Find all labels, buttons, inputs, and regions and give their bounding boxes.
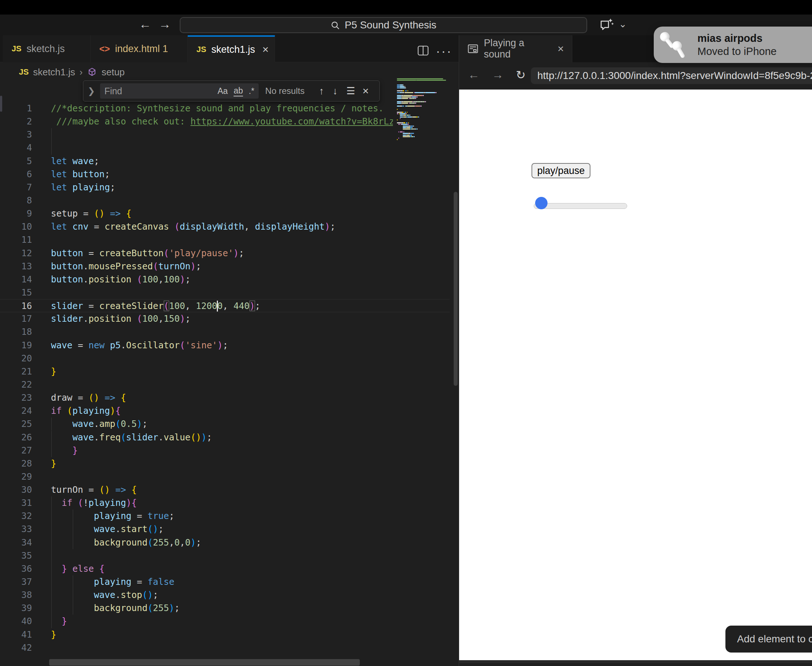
code-line[interactable]: 6let button; xyxy=(0,168,450,181)
code-line[interactable]: 13button.mousePressed(turnOn); xyxy=(0,260,450,273)
history-forward-icon[interactable]: → xyxy=(159,17,171,31)
code-line[interactable]: 12button = createButton('play/pause'); xyxy=(0,247,450,260)
code-text: } xyxy=(51,444,78,457)
minimap-line xyxy=(414,136,415,137)
code-line[interactable]: 18 xyxy=(0,325,450,338)
code-line[interactable]: 26 wave.freq(slider.value()); xyxy=(0,431,450,444)
airpods-notification[interactable]: mias airpods Moved to iPhone xyxy=(654,26,812,63)
copilot-chat-button[interactable]: ⌄ xyxy=(598,18,627,33)
code-line[interactable]: 35 xyxy=(0,549,450,562)
close-icon[interactable]: × xyxy=(262,43,269,56)
code-line[interactable]: 7let playing; xyxy=(0,181,450,194)
code-line[interactable]: 23draw = () => { xyxy=(0,391,450,404)
javascript-file-icon: JS xyxy=(196,45,206,54)
find-in-selection-icon[interactable]: ☰ xyxy=(346,85,355,97)
code-line[interactable]: 21} xyxy=(0,365,450,378)
code-line[interactable]: 25 wave.amp(0.5); xyxy=(0,417,450,430)
close-icon[interactable]: × xyxy=(557,43,564,55)
code-line[interactable]: 39 background(255); xyxy=(0,602,450,615)
code-line[interactable]: 42 xyxy=(0,641,450,654)
line-number: 25 xyxy=(0,417,32,430)
code-line[interactable]: 19wave = new p5.Oscillator('sine'); xyxy=(0,339,450,352)
code-line[interactable]: 29 xyxy=(0,470,450,483)
close-icon[interactable]: × xyxy=(362,85,369,97)
more-actions-icon[interactable]: ··· xyxy=(436,44,452,59)
add-element-to-chat-button[interactable]: Add element to chat xyxy=(725,626,812,653)
code-line[interactable]: 40 } xyxy=(0,615,450,628)
code-line[interactable]: 17slider.position (100,150); xyxy=(0,312,450,325)
code-line[interactable]: 30turnOn = () => { xyxy=(0,483,450,496)
code-line[interactable]: 41} xyxy=(0,628,450,641)
next-match-icon[interactable]: ↓ xyxy=(333,86,338,97)
find-widget: ❯ Find Aa ab .* No results ↑ ↓ ☰ × xyxy=(83,81,380,102)
code-line[interactable]: 8 xyxy=(0,194,450,207)
whole-word-icon[interactable]: ab xyxy=(234,86,243,96)
previous-match-icon[interactable]: ↑ xyxy=(319,86,324,97)
breadcrumb-symbol[interactable]: setup xyxy=(102,67,125,78)
code-line[interactable]: 22 xyxy=(0,378,450,391)
code-line[interactable]: 1//*description: Synthesize sound and pl… xyxy=(0,102,450,115)
code-line[interactable]: 28} xyxy=(0,457,450,470)
code-line[interactable]: 32 playing = true; xyxy=(0,509,450,523)
code-line[interactable]: 10let cnv = createCanvas (displayWidth, … xyxy=(0,220,450,233)
code-line[interactable]: 20 xyxy=(0,352,450,365)
minimap[interactable] xyxy=(396,78,448,151)
tab-playing-a-sound[interactable]: Playing a sound × xyxy=(459,35,572,62)
code-line[interactable]: 34 background(255,0,0); xyxy=(0,536,450,549)
code-line[interactable]: 15 xyxy=(0,286,450,299)
frequency-slider[interactable] xyxy=(534,203,627,209)
line-number: 9 xyxy=(0,207,32,220)
tab-index-html[interactable]: <> index.html 1 xyxy=(91,35,188,62)
code-text: //*description: Synthesize sound and pla… xyxy=(51,102,384,115)
play-pause-button[interactable]: play/pause xyxy=(532,163,590,178)
breadcrumb-file[interactable]: sketch1.js xyxy=(33,67,75,78)
code-line[interactable]: 38 wave.stop(); xyxy=(0,589,450,602)
tab-sketch1-js-active[interactable]: JS sketch1.js × xyxy=(188,35,275,62)
code-line[interactable]: 16slider = createSlider(100, 12000, 440)… xyxy=(0,299,450,312)
browser-forward-icon[interactable]: → xyxy=(492,68,504,81)
code-line[interactable]: 24if (playing){ xyxy=(0,404,450,417)
code-editor[interactable]: 1//*description: Synthesize sound and pl… xyxy=(0,102,450,664)
code-line[interactable]: 14button.position (100,100); xyxy=(0,273,450,286)
horizontal-scrollbar[interactable] xyxy=(49,659,360,666)
regex-icon[interactable]: .* xyxy=(249,86,254,96)
code-line[interactable]: 33 wave.start(); xyxy=(0,523,450,536)
code-line[interactable]: 5let wave; xyxy=(0,155,450,168)
code-line[interactable]: 31 if (!playing){ xyxy=(0,496,450,509)
minimap-line xyxy=(415,98,416,99)
vscode-window: ← → P5 Sound Synthesis ⌄ JS s xyxy=(0,0,812,666)
code-line[interactable]: 9setup = () => { xyxy=(0,207,450,220)
line-number: 34 xyxy=(0,536,32,549)
minimap-line xyxy=(408,133,410,134)
url-input[interactable]: http://127.0.0.1:3000/index.html?serverW… xyxy=(531,67,812,84)
find-input[interactable]: Find Aa ab .* xyxy=(100,83,259,99)
tab-label: index.html 1 xyxy=(115,43,168,54)
match-case-icon[interactable]: Aa xyxy=(217,86,228,96)
code-line[interactable]: 4 xyxy=(0,141,450,154)
code-line[interactable]: 11 xyxy=(0,233,450,246)
minimap-line xyxy=(403,90,404,91)
code-line[interactable]: 3 xyxy=(0,128,450,141)
url-text: http://127.0.0.1:3000/index.html?serverW… xyxy=(537,70,812,81)
reload-icon[interactable]: ↻ xyxy=(516,68,526,82)
toggle-replace-icon[interactable]: ❯ xyxy=(88,86,95,96)
minimap-line xyxy=(417,129,418,130)
history-back-icon[interactable]: ← xyxy=(139,17,152,31)
line-number: 12 xyxy=(0,247,32,260)
code-line[interactable]: 36 } else { xyxy=(0,562,450,575)
line-number: 32 xyxy=(0,509,32,523)
code-line[interactable]: 27 } xyxy=(0,444,450,457)
vertical-scrollbar[interactable] xyxy=(454,192,458,386)
code-line[interactable]: 2 ///maybe also check out: https://www.y… xyxy=(0,115,450,128)
browser-back-icon[interactable]: ← xyxy=(468,68,479,81)
minimap-line xyxy=(403,125,408,127)
line-number: 37 xyxy=(0,575,32,589)
slider-thumb[interactable] xyxy=(535,197,547,209)
tab-sketch-js[interactable]: JS sketch.js xyxy=(3,35,91,62)
command-center-search[interactable]: P5 Sound Synthesis xyxy=(180,17,587,33)
split-editor-icon[interactable] xyxy=(417,45,429,56)
minimap-line xyxy=(410,133,414,134)
line-number: 21 xyxy=(0,365,32,378)
breadcrumb[interactable]: JS sketch1.js › setup xyxy=(0,62,459,82)
code-line[interactable]: 37 playing = false xyxy=(0,575,450,589)
